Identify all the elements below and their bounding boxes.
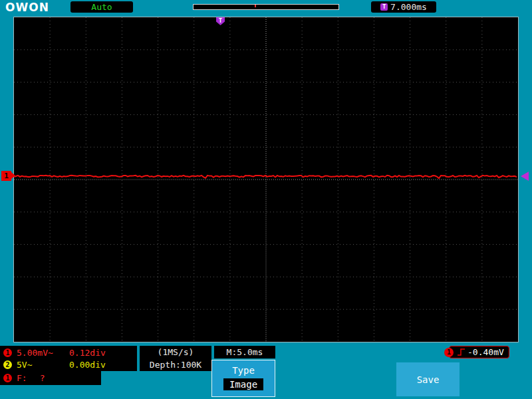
type-button[interactable]: Type Image bbox=[211, 360, 275, 397]
channel1-position: 0.12div bbox=[69, 348, 106, 358]
trigger-channel-badge: 1 bbox=[444, 348, 454, 357]
channel1-scale: 5.00mV~ bbox=[17, 348, 65, 358]
trigger-level-box: -0.40mV bbox=[449, 346, 509, 358]
channel2-scale: 5V~ bbox=[17, 360, 65, 370]
waveform-display: T bbox=[13, 17, 519, 342]
acquire-mode-indicator: Auto bbox=[70, 1, 133, 13]
channel-info-panel: 1 5.00mV~ 0.12div 2 5V~ 0.00div bbox=[0, 346, 137, 371]
frequency-label: F: bbox=[17, 373, 27, 383]
brand-logo: OWON bbox=[5, 1, 49, 14]
frequency-channel-badge: 1 bbox=[3, 374, 12, 382]
trigger-level-readout: 1 -0.40mV bbox=[444, 346, 509, 358]
memory-depth: Depth:100K bbox=[140, 358, 211, 371]
channel2-position: 0.00div bbox=[69, 360, 106, 370]
timebase-readout: M:5.0ms bbox=[214, 346, 275, 358]
trigger-level-marker bbox=[521, 172, 529, 181]
save-button-label: Save bbox=[417, 374, 440, 385]
frequency-value: ? bbox=[40, 373, 45, 383]
channel1-info-row: 1 5.00mV~ 0.12div bbox=[3, 346, 134, 358]
trigger-position-tick bbox=[255, 5, 256, 7]
channel2-info-row: 2 5V~ 0.00div bbox=[3, 358, 134, 370]
graticule-and-trace bbox=[14, 17, 518, 342]
trigger-position-bar bbox=[193, 4, 339, 10]
type-button-value: Image bbox=[223, 378, 263, 390]
channel1-badge: 1 bbox=[3, 348, 12, 357]
trigger-time-value: 7.000ms bbox=[390, 2, 427, 12]
trigger-level-value: -0.40mV bbox=[467, 347, 504, 357]
trigger-icon: T bbox=[380, 3, 388, 11]
type-button-label: Type bbox=[212, 365, 275, 376]
rising-edge-icon bbox=[457, 348, 466, 356]
sample-rate: (1MS/s) bbox=[140, 346, 211, 358]
trigger-time-display: T 7.000ms bbox=[371, 1, 436, 13]
channel1-position-marker: 1 bbox=[1, 171, 11, 181]
frequency-readout: 1 F: ? bbox=[0, 371, 101, 385]
acquisition-info: (1MS/s) Depth:100K bbox=[140, 346, 211, 371]
save-button[interactable]: Save bbox=[396, 362, 460, 396]
oscilloscope-ui: OWON Auto T 7.000ms T 1 1 5.00mV~ 0.12di… bbox=[0, 0, 532, 399]
channel2-badge: 2 bbox=[3, 360, 12, 369]
